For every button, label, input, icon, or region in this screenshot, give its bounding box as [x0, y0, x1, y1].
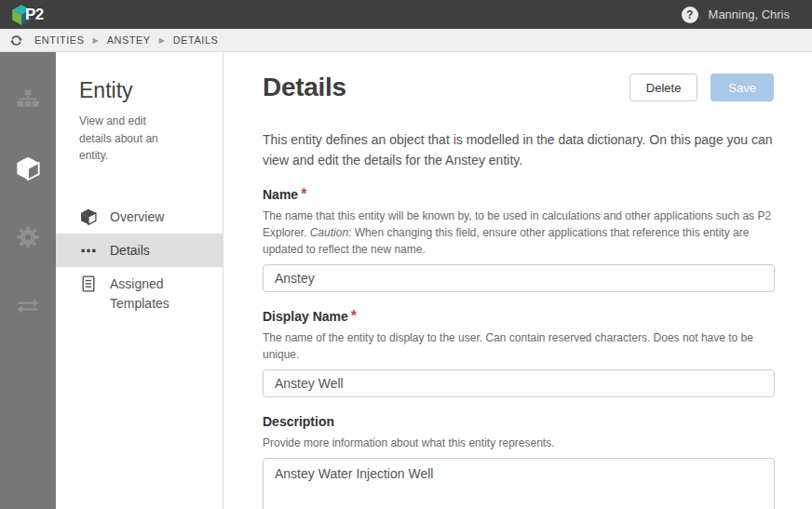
delete-button[interactable]: Delete: [629, 74, 698, 101]
p2-logo-text: P2: [25, 6, 44, 24]
breadcrumb-separator-icon: ▶: [93, 36, 99, 45]
save-button[interactable]: Save: [710, 74, 774, 101]
name-input[interactable]: [263, 264, 775, 292]
help-icon[interactable]: ?: [682, 7, 698, 23]
name-field-label: Name*: [263, 186, 774, 203]
display-name-field-help: The name of the entity to display to the…: [263, 329, 774, 363]
nav-item-overview[interactable]: Overview: [56, 200, 223, 234]
cube-icon[interactable]: [14, 154, 42, 182]
nav-item-details[interactable]: Details: [56, 234, 223, 267]
p2-logo[interactable]: P2: [9, 3, 44, 27]
swap-arrows-icon[interactable]: [14, 292, 42, 320]
cube-icon: [79, 208, 98, 226]
display-name-field-group: Display Name* The name of the entity to …: [263, 308, 774, 397]
nav-item-label: Overview: [110, 208, 164, 226]
description-field-group: Description Provide more information abo…: [263, 413, 774, 509]
name-field-help: The name that this entity will be known …: [263, 208, 774, 258]
org-chart-icon[interactable]: [14, 86, 42, 114]
breadcrumb: ENTITIES ▶ ANSTEY ▶ DETAILS: [0, 29, 812, 52]
description-field-label: Description: [263, 413, 774, 430]
entity-panel: Entity View and edit details about an en…: [56, 52, 223, 509]
breadcrumb-separator-icon: ▶: [159, 36, 165, 45]
page-title: Details: [263, 73, 346, 102]
nav-item-label: Assigned Templates: [110, 275, 196, 313]
ellipsis-icon: [79, 241, 98, 260]
description-field-help: Provide more information about what this…: [263, 435, 774, 451]
gear-icon[interactable]: [14, 223, 42, 251]
entity-panel-title: Entity: [56, 78, 223, 113]
main-content: Details Delete Save This entity defines …: [223, 52, 812, 509]
entity-panel-nav: Overview Details: [56, 200, 223, 320]
topbar-right: ? Manning, Chris: [682, 7, 790, 23]
display-name-input[interactable]: [263, 369, 775, 397]
breadcrumb-entities[interactable]: ENTITIES: [34, 34, 85, 46]
required-asterisk: *: [301, 186, 306, 202]
description-textarea[interactable]: Anstey Water Injection Well: [263, 458, 775, 509]
main-header: Details Delete Save: [263, 73, 774, 102]
entity-panel-subtitle: View and edit details about an entity.: [56, 113, 205, 165]
refresh-icon[interactable]: [9, 33, 23, 47]
breadcrumb-details[interactable]: DETAILS: [173, 34, 219, 46]
nav-item-assigned-templates[interactable]: Assigned Templates: [56, 267, 223, 320]
document-icon: [79, 275, 98, 293]
required-asterisk: *: [351, 308, 357, 324]
display-name-field-label: Display Name*: [263, 308, 774, 325]
user-name[interactable]: Manning, Chris: [709, 7, 790, 21]
icon-rail: [0, 52, 56, 509]
name-field-group: Name* The name that this entity will be …: [263, 186, 774, 292]
breadcrumb-anstey[interactable]: ANSTEY: [107, 34, 151, 46]
header-buttons: Delete Save: [629, 74, 774, 101]
top-bar: P2 ? Manning, Chris: [0, 0, 812, 29]
body: Entity View and edit details about an en…: [0, 52, 812, 509]
nav-item-label: Details: [110, 241, 150, 260]
page-intro: This entity defines an object that is mo…: [263, 130, 774, 170]
